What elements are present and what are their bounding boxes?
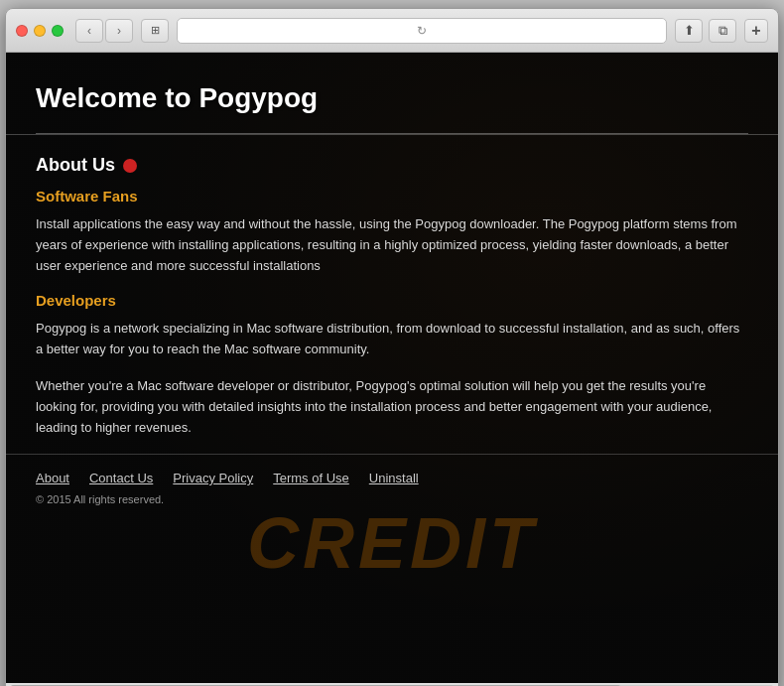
content-wrapper: Welcome to Pogypog About Us Software Fan… (6, 53, 778, 683)
new-window-button[interactable]: ⧉ (709, 19, 736, 43)
footer-link-contact-us[interactable]: Contact Us (89, 471, 153, 485)
about-us-heading: About Us (36, 155, 748, 176)
url-bar[interactable]: ↻ (177, 18, 667, 44)
developers-text-2: Whether you're a Mac software developer … (36, 376, 748, 438)
software-fans-text: Install applications the easy way and wi… (36, 214, 748, 276)
developers-heading: Developers (36, 292, 748, 309)
red-dot-decoration (123, 159, 137, 173)
developers-text-1: Pogypog is a network specializing in Mac… (36, 319, 748, 360)
footer-link-about[interactable]: About (36, 471, 69, 485)
traffic-lights (16, 25, 64, 37)
maximize-button[interactable] (52, 25, 64, 37)
sidebar-icon: ⊞ (151, 24, 160, 37)
website-content: CREDIT Welcome to Pogypog About Us Softw… (6, 53, 778, 683)
footer-link-uninstall[interactable]: Uninstall (369, 471, 419, 485)
footer-link-privacy-policy[interactable]: Privacy Policy (173, 471, 253, 485)
nav-buttons: ‹ › (75, 19, 133, 43)
hero-title: Welcome to Pogypog (36, 82, 748, 114)
plus-icon: + (751, 22, 760, 40)
minimize-button[interactable] (34, 25, 46, 37)
share-icon: ⬆ (684, 23, 695, 38)
software-fans-section: Software Fans Install applications the e… (36, 188, 748, 276)
developers-section: Developers Pogypog is a network speciali… (36, 292, 748, 438)
main-content: About Us Software Fans Install applicati… (6, 135, 778, 438)
hero-section: Welcome to Pogypog (6, 53, 778, 135)
forward-icon: › (117, 24, 121, 38)
new-window-icon: ⧉ (719, 23, 727, 39)
sidebar-button[interactable]: ⊞ (141, 19, 169, 43)
reload-icon[interactable]: ↻ (417, 24, 427, 38)
footer-link-terms-of-use[interactable]: Terms of Use (273, 471, 349, 485)
back-icon: ‹ (87, 24, 91, 38)
browser-window: ‹ › ⊞ ↻ ⬆ ⧉ + CREDIT (5, 8, 779, 686)
toolbar-actions: ⬆ ⧉ (675, 19, 736, 43)
new-tab-button[interactable]: + (744, 19, 768, 43)
software-fans-heading: Software Fans (36, 188, 748, 205)
close-button[interactable] (16, 25, 28, 37)
footer: About Contact Us Privacy Policy Terms of… (6, 454, 778, 517)
back-button[interactable]: ‹ (75, 19, 103, 43)
footer-links: About Contact Us Privacy Policy Terms of… (36, 471, 748, 485)
footer-copyright: © 2015 All rights reserved. (36, 493, 748, 505)
share-button[interactable]: ⬆ (675, 19, 703, 43)
forward-button[interactable]: › (105, 19, 133, 43)
browser-titlebar: ‹ › ⊞ ↻ ⬆ ⧉ + (6, 9, 778, 53)
